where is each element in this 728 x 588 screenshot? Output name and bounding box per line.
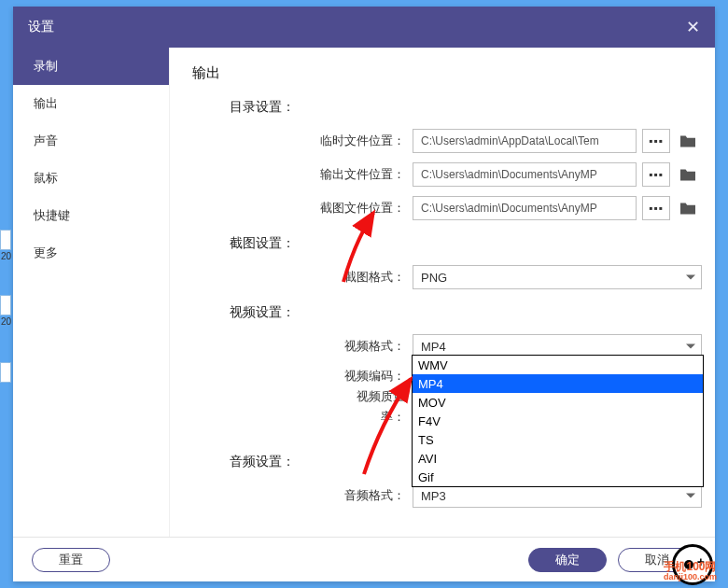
bg-item	[0, 230, 11, 250]
section-video: 视频设置：	[230, 304, 715, 321]
option-label: Gif	[418, 470, 434, 484]
sidebar-item-label: 声音	[34, 133, 58, 149]
button-label: 确定	[555, 552, 580, 568]
label-video-quality: 视频质量	[248, 388, 413, 405]
page-title: 输出	[192, 64, 715, 82]
ok-button[interactable]: 确定	[528, 548, 607, 572]
option-label: MOV	[418, 396, 446, 410]
select-value: PNG	[421, 271, 447, 285]
row-output-path: 输出文件位置： C:\Users\admin\Documents\AnyMP ▪…	[192, 162, 715, 187]
label-screenshot-format: 截图格式：	[248, 269, 413, 286]
dropdown-option-selected[interactable]: MP4	[413, 374, 703, 393]
chevron-down-icon	[686, 494, 695, 498]
dialog-footer: 重置 确定 取消	[13, 537, 715, 581]
sidebar-item-hotkey[interactable]: 快捷键	[13, 197, 169, 234]
bg-label: 20	[1, 316, 11, 327]
sidebar-item-sound[interactable]: 声音	[13, 122, 169, 160]
dropdown-option[interactable]: F4V	[413, 412, 703, 430]
sidebar-item-record[interactable]: 录制	[13, 48, 169, 85]
sidebar-item-mouse[interactable]: 鼠标	[13, 160, 169, 197]
sidebar-item-output[interactable]: 输出	[13, 85, 169, 122]
input-screenshot-path[interactable]: C:\Users\admin\Documents\AnyMP	[413, 196, 637, 220]
window-title: 设置	[28, 19, 54, 35]
section-screenshot: 截图设置：	[230, 235, 715, 252]
dropdown-option[interactable]: AVI	[413, 449, 703, 468]
select-value: MP4	[421, 340, 446, 354]
row-temp-path: 临时文件位置： C:\Users\admin\AppData\Local\Tem…	[192, 129, 715, 153]
option-label: TS	[418, 433, 434, 447]
folder-icon[interactable]	[676, 164, 700, 185]
option-label: MP4	[418, 377, 443, 391]
option-label: F4V	[418, 414, 441, 428]
label-audio-format: 音频格式：	[248, 487, 413, 504]
label-video-format: 视频格式：	[248, 338, 413, 355]
sidebar-item-label: 鼠标	[34, 170, 58, 187]
label-output-path: 输出文件位置：	[248, 166, 413, 183]
label-screenshot-path: 截图文件位置：	[248, 200, 413, 217]
dropdown-option[interactable]: MOV	[413, 393, 703, 412]
sidebar-item-more[interactable]: 更多	[13, 234, 169, 272]
sidebar: 录制 输出 声音 鼠标 快捷键 更多	[13, 48, 170, 537]
chevron-down-icon	[686, 344, 695, 349]
close-button[interactable]: ✕	[670, 7, 715, 48]
option-label: AVI	[418, 452, 437, 466]
chevron-down-icon	[686, 275, 695, 280]
browse-output-button[interactable]: ▪▪▪	[642, 162, 670, 187]
text-value: C:\Users\admin\Documents\AnyMP	[421, 168, 597, 181]
button-label: 重置	[59, 552, 83, 568]
section-directory: 目录设置：	[230, 99, 715, 116]
sidebar-item-label: 输出	[34, 95, 58, 112]
input-temp-path[interactable]: C:\Users\admin\AppData\Local\Tem	[413, 129, 637, 153]
select-value: MP3	[421, 489, 446, 503]
bg-item	[0, 362, 11, 383]
folder-icon[interactable]	[676, 131, 700, 151]
dropdown-option[interactable]: Gif	[413, 468, 703, 486]
option-label: WMV	[418, 358, 448, 372]
sidebar-item-label: 更多	[34, 245, 58, 261]
settings-window: 设置 ✕ 录制 输出 声音 鼠标 快捷键 更多 输出 目录设置： 临时文件位置：…	[13, 7, 715, 581]
label-video-codec: 视频编码：	[248, 368, 413, 385]
reset-button[interactable]: 重置	[32, 548, 110, 572]
titlebar: 设置 ✕	[13, 7, 715, 48]
label-temp-path: 临时文件位置：	[248, 133, 413, 149]
bg-item	[0, 295, 11, 315]
dropdown-option[interactable]: TS	[413, 430, 703, 449]
watermark-text: 手机100网 danji100.com	[664, 561, 717, 582]
browse-temp-button[interactable]: ▪▪▪	[642, 129, 670, 153]
text-value: C:\Users\admin\Documents\AnyMP	[421, 202, 597, 215]
video-format-dropdown[interactable]: WMV MP4 MOV F4V TS AVI Gif	[412, 355, 704, 487]
row-screenshot-path: 截图文件位置： C:\Users\admin\Documents\AnyMP ▪…	[192, 196, 715, 220]
select-screenshot-format[interactable]: PNG	[413, 265, 702, 289]
text-value: C:\Users\admin\AppData\Local\Tem	[421, 134, 599, 147]
sidebar-item-label: 快捷键	[34, 207, 70, 224]
input-output-path[interactable]: C:\Users\admin\Documents\AnyMP	[413, 162, 637, 187]
label-video-rate: 率：	[248, 409, 413, 426]
bg-label: 20	[1, 251, 11, 261]
folder-icon[interactable]	[676, 198, 700, 218]
close-icon: ✕	[686, 17, 700, 37]
sidebar-item-label: 录制	[34, 58, 58, 75]
browse-screenshot-button[interactable]: ▪▪▪	[642, 196, 670, 220]
row-screenshot-format: 截图格式： PNG	[192, 265, 715, 289]
dropdown-option[interactable]: WMV	[413, 356, 703, 374]
